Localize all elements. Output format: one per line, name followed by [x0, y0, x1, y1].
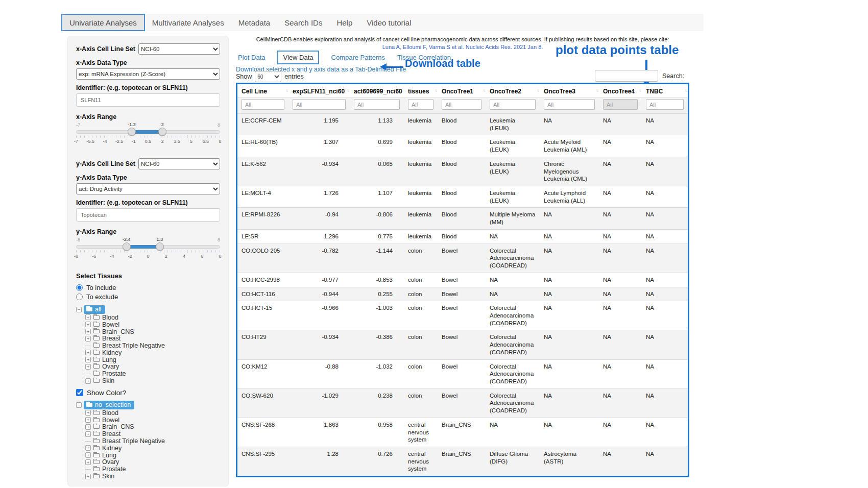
nav-tab-help[interactable]: Help [329, 14, 359, 31]
table-cell: Colorectal Adenocarcinoma (COADREAD) [486, 359, 540, 388]
entries-select[interactable]: 60 [255, 71, 281, 82]
slider-to-handle[interactable] [158, 128, 166, 136]
x-axis-identifier-input[interactable] [76, 93, 220, 107]
filter-input-oncotree4[interactable] [603, 99, 638, 110]
tree-item-ovary[interactable]: +Ovary [85, 363, 220, 371]
tree-item-skin[interactable]: +Skin [85, 473, 220, 480]
filter-input-tnbc[interactable] [646, 99, 684, 110]
leaf-connector [85, 374, 91, 374]
tree-item-breast[interactable]: +Breast [85, 335, 220, 342]
collapse-icon[interactable]: − [76, 307, 82, 312]
tree-item-breast-triple-negative[interactable]: Breast Triple Negative [85, 437, 220, 445]
folder-icon [93, 453, 100, 457]
expand-icon[interactable]: + [85, 445, 91, 451]
slider-max-label: 8 [218, 123, 220, 128]
tab-plot-data[interactable]: Plot Data [238, 54, 265, 61]
column-header-expslfn11-nci60[interactable]: expSLFN11_nci60↑↓ [288, 84, 350, 98]
column-header-tissues[interactable]: tissues↑↓ [404, 84, 438, 98]
search-input[interactable] [595, 70, 658, 82]
filter-input-act609699-nci60[interactable] [354, 99, 400, 110]
expand-icon[interactable]: + [85, 474, 91, 479]
tree-item-skin[interactable]: +Skin [85, 377, 220, 384]
expand-icon[interactable]: + [85, 329, 91, 334]
nav-tab-search-ids[interactable]: Search IDs [277, 14, 329, 31]
filter-input-oncotree2[interactable] [490, 99, 536, 110]
expand-icon[interactable]: + [85, 452, 91, 458]
y-axis-data-type-select[interactable]: act: Drug Activity [76, 183, 220, 194]
nav-tab-multivariate-analyses[interactable]: Multivariate Analyses [145, 14, 231, 31]
expand-icon[interactable]: + [85, 410, 91, 416]
nav-tab-metadata[interactable]: Metadata [231, 14, 278, 31]
y-axis-identifier-input[interactable] [76, 208, 220, 222]
column-header-tnbc[interactable]: TNBC↑↓ [642, 84, 688, 98]
expand-icon[interactable]: + [85, 364, 91, 370]
expand-icon[interactable]: + [85, 336, 91, 341]
tree-item-kidney[interactable]: +Kidney [85, 349, 220, 356]
tree-item-breast[interactable]: +Breast [85, 430, 220, 437]
x-axis-cell-line-set-label: x-Axis Cell Line Set [76, 45, 135, 53]
expand-icon[interactable]: + [85, 424, 91, 430]
y-axis-cell-line-set-select[interactable]: NCI-60 [138, 158, 220, 169]
filter-input-expslfn11-nci60[interactable] [293, 99, 346, 110]
slider-to-handle[interactable] [156, 242, 164, 251]
column-header-oncotree1[interactable]: OncoTree1↑↓ [438, 84, 486, 98]
expand-icon[interactable]: + [85, 459, 91, 465]
expand-icon[interactable]: + [85, 378, 91, 384]
x-axis-cell-line-set-select[interactable]: NCI-60 [138, 43, 220, 55]
table-cell: colon [404, 243, 438, 273]
nav-tab-univariate-analyses[interactable]: Univariate Analyses [61, 14, 145, 31]
slider-from-handle[interactable] [123, 242, 131, 251]
tree-root-node-all[interactable]: all [84, 305, 105, 314]
tree-item-prostate[interactable]: Prostate [85, 370, 220, 377]
tissue-option-radio-to-include[interactable] [76, 284, 83, 291]
filter-input-cell-line[interactable] [242, 99, 284, 110]
expand-icon[interactable]: + [85, 417, 91, 423]
table-cell: -1.003 [350, 301, 404, 330]
tree-item-ovary[interactable]: +Ovary [85, 459, 220, 466]
slider-from-handle[interactable] [128, 128, 136, 136]
table-cell: CO:HCT-116 [237, 287, 288, 301]
column-header-oncotree4[interactable]: OncoTree4↑↓ [599, 84, 642, 98]
tree-item-brain-cns[interactable]: +Brain_CNS [85, 424, 220, 431]
slider-tick-label: 2 [165, 254, 167, 259]
collapse-icon[interactable]: − [76, 402, 82, 408]
column-header-oncotree2[interactable]: OncoTree2↑↓ [486, 84, 540, 98]
tree-item-blood[interactable]: +Blood [85, 409, 220, 417]
tissue-option-radio-to-exclude[interactable] [76, 294, 83, 300]
filter-input-tissues[interactable] [408, 99, 433, 110]
tree-item-prostate[interactable]: Prostate [85, 466, 220, 473]
column-header-cell-line[interactable]: Cell Line↑↓ [237, 84, 288, 98]
table-cell: central nervous system [404, 447, 438, 476]
tree-item-blood[interactable]: +Blood [85, 314, 220, 321]
tree-item-kidney[interactable]: +Kidney [85, 445, 220, 452]
tree-item-lung[interactable]: +Lung [85, 356, 220, 363]
filter-input-oncotree1[interactable] [442, 99, 481, 110]
y-axis-range-slider[interactable]: -88-2.41.3-8-6-4-202468 [76, 237, 220, 260]
nav-tab-video-tutorial[interactable]: Video tutorial [359, 14, 418, 31]
x-axis-data-type-select[interactable]: exp: mRNA Expression (Z-Score) [76, 68, 220, 80]
column-header-act609699-nci60[interactable]: act609699_nci60↑↓ [350, 84, 404, 98]
tree-item-bowel[interactable]: +Bowel [85, 321, 220, 328]
column-header-oncotree3[interactable]: OncoTree3↑↓ [540, 84, 599, 98]
x-axis-range-slider[interactable]: -78-1.22-7-5.5-4-2.5-10.523.556.58 [76, 123, 220, 145]
tree-item-breast-triple-negative[interactable]: Breast Triple Negative [85, 342, 220, 349]
table-cell: Bowel [438, 243, 486, 273]
expand-icon[interactable]: + [85, 357, 91, 362]
tree-item-bowel[interactable]: +Bowel [85, 417, 220, 424]
table-cell: CO:KM12 [237, 359, 288, 388]
tab-compare-patterns[interactable]: Compare Patterns [331, 54, 385, 61]
expand-icon[interactable]: + [85, 322, 91, 327]
tab-view-data[interactable]: View Data [277, 51, 319, 64]
folder-icon [93, 351, 100, 355]
expand-icon[interactable]: + [85, 350, 91, 355]
table-cell: Bowel [438, 388, 486, 418]
y-axis-range-label: y-Axis Range [76, 228, 220, 235]
expand-icon[interactable]: + [85, 314, 91, 320]
show-color-checkbox[interactable] [76, 389, 83, 396]
tree-item-lung[interactable]: +Lung [85, 452, 220, 459]
filter-input-oncotree3[interactable] [544, 99, 595, 110]
tree-item-brain-cns[interactable]: +Brain_CNS [85, 328, 220, 335]
tree-root-node-no-selection[interactable]: no_selection [84, 401, 134, 409]
expand-icon[interactable]: + [85, 431, 91, 437]
table-cell: leukemia [404, 229, 438, 243]
